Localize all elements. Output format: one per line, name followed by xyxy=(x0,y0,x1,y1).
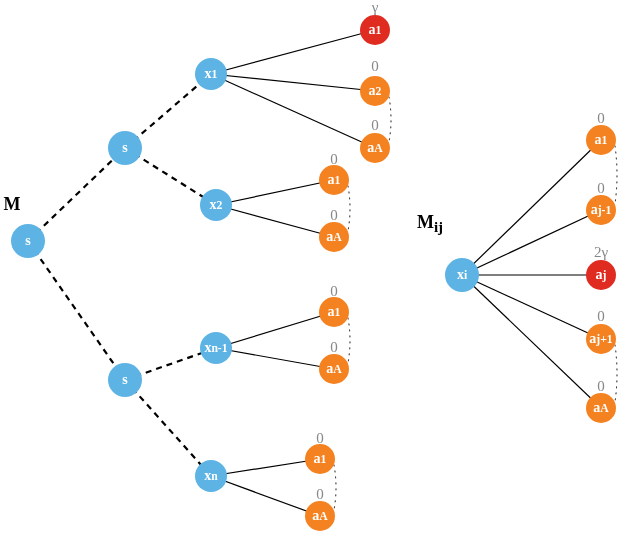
svg-line-12 xyxy=(216,348,334,369)
level1-s-0: s xyxy=(108,131,142,165)
right-edge-label-1: 0 xyxy=(597,180,605,197)
left-edge-label-2: 0 xyxy=(371,117,379,134)
left-edge-label-5: 0 xyxy=(330,283,338,300)
right-edge-label-3: 0 xyxy=(597,308,605,325)
right-action-3: aj+1 xyxy=(586,324,616,354)
svg-line-18 xyxy=(462,275,601,339)
svg-line-11 xyxy=(216,312,334,348)
title-mij: Mij xyxy=(417,212,443,237)
svg-line-0 xyxy=(28,148,125,241)
x-node-2: xn-1 xyxy=(200,332,232,364)
left-edge-label-7: 0 xyxy=(316,430,324,447)
right-edge-label-0: 0 xyxy=(597,110,605,127)
right-action-1: aj-1 xyxy=(586,195,616,225)
left-action-1: a2 xyxy=(360,76,390,106)
left-edge-label-6: 0 xyxy=(330,339,338,356)
svg-line-6 xyxy=(211,30,375,74)
left-edge-label-0: γ xyxy=(372,0,379,16)
svg-line-7 xyxy=(211,74,375,91)
right-action-0: a1 xyxy=(586,125,616,155)
svg-line-16 xyxy=(462,210,601,275)
right-action-4: aA xyxy=(586,393,616,423)
svg-line-5 xyxy=(125,380,211,476)
left-action-2: aA xyxy=(360,133,390,163)
x-node-1: x2 xyxy=(200,189,232,221)
right-action-2: aj xyxy=(586,260,616,290)
svg-line-15 xyxy=(462,140,601,275)
left-action-6: aA xyxy=(319,354,349,384)
x-node-0: x1 xyxy=(195,58,227,90)
left-edge-label-1: 0 xyxy=(371,58,379,75)
right-root-xi: xi xyxy=(445,258,479,292)
title-m: M xyxy=(4,194,21,215)
svg-line-9 xyxy=(216,180,334,205)
left-action-8: aA xyxy=(305,501,335,531)
svg-line-1 xyxy=(28,241,125,380)
level1-s-1: s xyxy=(108,363,142,397)
left-action-5: a1 xyxy=(319,297,349,327)
left-edge-label-3: 0 xyxy=(330,151,338,168)
left-action-0: a1 xyxy=(360,15,390,45)
left-edge-label-4: 0 xyxy=(330,207,338,224)
svg-line-8 xyxy=(211,74,375,148)
svg-line-10 xyxy=(216,205,334,237)
right-edge-label-4: 0 xyxy=(597,378,605,395)
x-node-3: xn xyxy=(195,460,227,492)
root-s: s xyxy=(11,224,45,258)
svg-line-19 xyxy=(462,275,601,408)
right-edge-label-2: 2γ xyxy=(594,244,608,261)
left-action-3: a1 xyxy=(319,165,349,195)
left-edge-label-8: 0 xyxy=(316,486,324,503)
left-action-7: a1 xyxy=(305,444,335,474)
svg-line-14 xyxy=(211,476,320,516)
svg-line-13 xyxy=(211,459,320,476)
left-action-4: aA xyxy=(319,222,349,252)
